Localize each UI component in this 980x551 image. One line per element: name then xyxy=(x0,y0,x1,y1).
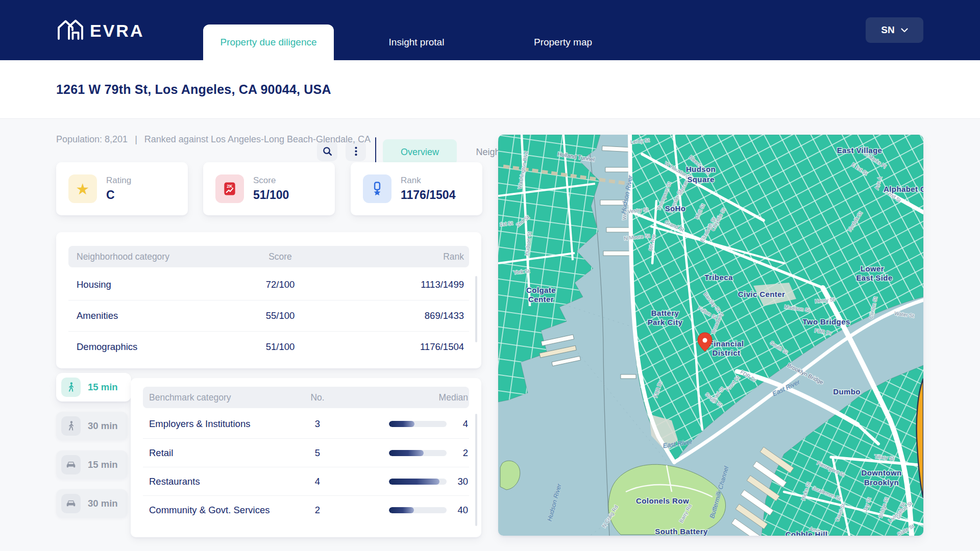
map[interactable]: Leroy StW Houston StBleecker StMercer St… xyxy=(498,135,923,536)
user-initials: SN xyxy=(881,24,894,36)
benchmark-count: 2 xyxy=(299,505,336,516)
benchmark-panel: Benchmark category No. Median Employers … xyxy=(131,378,481,537)
time-filter-label: 15 min xyxy=(88,459,118,470)
scrollbar[interactable] xyxy=(475,276,477,342)
neighborhood-row: Amenities55/100869/1433 xyxy=(68,300,469,331)
time-filter-drive-30min[interactable]: 30 min xyxy=(56,489,128,518)
neighborhood-score: 72/100 xyxy=(237,279,324,290)
neighborhood-label: Center xyxy=(528,295,554,304)
benchmark-median: 30 xyxy=(457,476,468,487)
brand-logo[interactable]: EVRA xyxy=(56,18,144,43)
meta-separator: | xyxy=(135,134,137,145)
neighborhood-label: Hudson xyxy=(686,165,716,173)
bar-fill xyxy=(389,507,414,513)
drive-icon xyxy=(61,494,81,513)
nav-tab-label: Property due diligence xyxy=(220,37,316,48)
column-no: No. xyxy=(299,392,336,403)
neighborhood-category: Housing xyxy=(77,279,111,290)
benchmark-category: Community & Govt. Services xyxy=(149,505,270,516)
bar-track xyxy=(389,421,447,427)
neighborhood-label: SoHo xyxy=(665,204,686,213)
neighborhood-label: Colonels Row xyxy=(636,496,689,505)
benchmark-category: Retail xyxy=(149,447,173,459)
neighborhood-label: Alphabet City xyxy=(884,185,923,193)
search-icon xyxy=(322,145,333,157)
rank-card: Rank 1176/1504 xyxy=(351,162,482,215)
benchmark-category: Restaurants xyxy=(149,476,200,487)
neighborhood-category: Amenities xyxy=(77,310,118,321)
time-filter-walk-15min[interactable]: 15 min xyxy=(56,373,131,402)
neighborhood-label: Two Bridges xyxy=(802,317,850,326)
score-card: 2K Score 51/100 xyxy=(203,162,335,215)
star-icon: ★ xyxy=(68,174,97,203)
neighborhood-label: South Battery xyxy=(655,527,708,536)
nav-tab-insight-portal[interactable]: Insight protal xyxy=(376,24,457,60)
neighborhood-rank: 1113/1499 xyxy=(421,279,464,290)
scrollbar[interactable] xyxy=(475,414,477,526)
neighborhood-label: East Side xyxy=(856,273,892,282)
rating-card: ★ Rating C xyxy=(56,162,188,215)
column-score: Score xyxy=(237,252,324,262)
neighborhood-label: East Village xyxy=(837,146,883,155)
neighborhood-score: 55/100 xyxy=(237,310,324,321)
column-neighborhood-category: Neighborhood category xyxy=(77,252,169,262)
top-navigation-bar: EVRA Property due diligence Insight prot… xyxy=(0,0,980,60)
neighborhood-label: Civic Center xyxy=(738,290,785,298)
address-bar: 1261 W 79th St, Los Angeles, CA 90044, U… xyxy=(0,60,980,118)
bar-fill xyxy=(389,421,414,427)
neighborhood-label: Park City xyxy=(648,318,683,327)
neighborhood-label: Dumbo xyxy=(833,387,861,396)
user-menu-button[interactable]: SN xyxy=(866,17,923,43)
neighborhood-rank: 1176/1504 xyxy=(420,341,464,353)
ranked-against-text: Ranked against Los Angeles-Long Beach-Gl… xyxy=(144,134,371,145)
walk-icon xyxy=(61,378,81,397)
benchmark-count: 5 xyxy=(299,447,336,459)
context-line: Population: 8,201 | Ranked against Los A… xyxy=(56,134,371,145)
time-filter-label: 30 min xyxy=(88,420,118,432)
benchmark-table-header: Benchmark category No. Median xyxy=(143,387,469,408)
brand-houses-icon xyxy=(56,18,86,43)
score-chart-icon: 2K xyxy=(215,174,244,203)
rank-value: 1176/1504 xyxy=(401,188,455,202)
bar-track xyxy=(389,450,447,456)
brand-name: EVRA xyxy=(90,21,144,41)
neighborhood-category: Demographics xyxy=(77,341,137,353)
benchmark-row: Restaurants430 xyxy=(143,467,469,495)
column-median: Median xyxy=(439,392,468,403)
nav-tab-property-due-diligence[interactable]: Property due diligence xyxy=(203,24,334,60)
time-filter-label: 15 min xyxy=(88,382,118,393)
score-label: Score xyxy=(253,176,289,186)
neighborhood-row: Demographics51/1001176/1504 xyxy=(68,331,469,362)
neighborhood-table-header: Neighborhood category Score Rank xyxy=(68,246,469,267)
bar-track xyxy=(389,507,447,513)
neighborhood-label: Colgate xyxy=(526,286,556,294)
benchmark-bar xyxy=(389,507,447,513)
bar-track xyxy=(389,479,447,485)
property-address: 1261 W 79th St, Los Angeles, CA 90044, U… xyxy=(56,60,331,118)
benchmark-median: 4 xyxy=(463,418,468,430)
neighborhood-table-body: Housing72/1001113/1499Amenities55/100869… xyxy=(56,269,481,362)
neighborhood-label: Tribeca xyxy=(704,273,733,282)
rating-label: Rating xyxy=(106,176,131,186)
bar-fill xyxy=(389,450,424,456)
neighborhood-label: Lower xyxy=(861,264,884,273)
time-filter-label: 30 min xyxy=(88,498,118,509)
drive-icon xyxy=(61,455,81,474)
neighborhood-row: Housing72/1001113/1499 xyxy=(68,269,469,300)
rank-label: Rank xyxy=(401,176,455,186)
benchmark-table-body: Employers & Institutions34Retail52Restau… xyxy=(131,410,481,524)
column-rank: Rank xyxy=(443,252,464,262)
neighborhood-label: Cobble Hill xyxy=(786,530,828,536)
tab-overview[interactable]: Overview xyxy=(383,139,457,165)
benchmark-median: 40 xyxy=(457,505,468,516)
column-benchmark-category: Benchmark category xyxy=(149,392,231,403)
rating-value: C xyxy=(106,188,131,202)
nav-tab-property-map[interactable]: Property map xyxy=(522,24,604,60)
time-filter-walk-30min[interactable]: 30 min xyxy=(56,412,128,440)
score-value: 51/100 xyxy=(253,188,289,202)
neighborhood-label: Downtown xyxy=(861,468,901,477)
time-filter-drive-15min[interactable]: 15 min xyxy=(56,450,128,479)
benchmark-bar xyxy=(389,479,447,485)
chevron-down-icon xyxy=(901,28,908,33)
population-text: Population: 8,201 xyxy=(56,134,128,145)
